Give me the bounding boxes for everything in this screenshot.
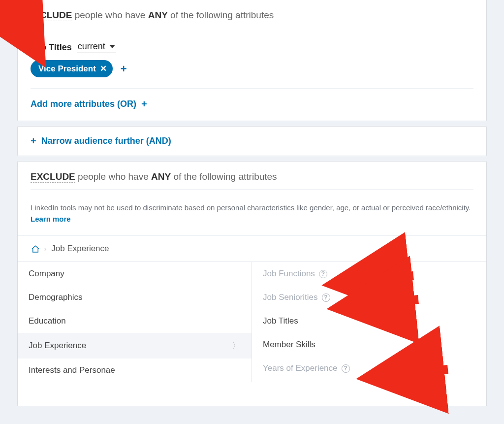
exclude-keyword: EXCLUDE <box>31 171 75 183</box>
attribute-breadcrumb: › Job Experience <box>18 235 486 261</box>
exclude-disclaimer: LinkedIn tools may not be used to discri… <box>31 189 473 235</box>
home-icon[interactable] <box>31 245 39 253</box>
subcategory-label: Job Titles <box>263 316 298 326</box>
exclude-panel: EXCLUDE people who have ANY of the follo… <box>17 161 487 406</box>
subcategory-item: Job Functions? <box>252 262 486 286</box>
job-titles-chip-row: Vice President ✕ + <box>31 59 473 89</box>
include-panel: INCLUDE people who have ANY of the follo… <box>17 0 487 121</box>
exclude-header: EXCLUDE people who have ANY of the follo… <box>31 171 473 189</box>
category-item[interactable]: Demographics <box>18 286 252 309</box>
subcategory-label: Job Seniorities <box>263 293 318 302</box>
subcategory-label: Member Skills <box>263 340 315 350</box>
subcategory-label: Years of Experience <box>263 363 338 373</box>
subcategory-item: Years of Experience? <box>252 357 486 380</box>
subcategory-item: Job Seniorities? <box>252 286 486 309</box>
breadcrumb-separator-icon: › <box>44 245 46 253</box>
narrow-audience-panel: + Narrow audience further (AND) <box>17 126 487 156</box>
job-titles-field-row: Job Titles current <box>31 41 473 53</box>
category-item[interactable]: Job Experience〉 <box>18 333 252 359</box>
learn-more-link[interactable]: Learn more <box>31 215 71 223</box>
job-titles-label: Job Titles <box>31 42 72 53</box>
help-icon[interactable]: ? <box>322 294 330 302</box>
add-more-row: Add more attributes (OR) + <box>31 89 473 121</box>
job-titles-scope-select[interactable]: current <box>77 41 116 53</box>
subcategory-item[interactable]: Member Skills <box>252 333 486 357</box>
subcategory-label: Job Functions <box>263 269 315 279</box>
narrow-audience-label: Narrow audience further (AND) <box>41 136 171 146</box>
category-label: Interests and Personae <box>29 365 115 375</box>
category-item[interactable]: Interests and Personae <box>18 359 252 382</box>
help-icon[interactable]: ? <box>342 364 350 373</box>
chevron-right-icon: 〉 <box>232 340 241 352</box>
category-label: Job Experience <box>29 341 86 351</box>
add-more-attributes-button[interactable]: Add more attributes (OR) + <box>31 98 147 110</box>
exclude-any: ANY <box>151 171 171 182</box>
subcategory-column: Job Functions?Job Seniorities?Job Titles… <box>252 262 486 382</box>
category-column: CompanyDemographicsEducationJob Experien… <box>18 262 252 382</box>
narrow-audience-button[interactable]: + Narrow audience further (AND) <box>31 135 171 147</box>
add-job-title-button[interactable]: + <box>119 63 129 75</box>
chip-label: Vice President <box>38 64 96 74</box>
include-header: INCLUDE people who have ANY of the follo… <box>31 10 473 28</box>
category-label: Education <box>29 316 66 326</box>
plus-icon: + <box>31 135 36 147</box>
caret-down-icon <box>109 45 115 48</box>
plus-icon: + <box>141 98 147 110</box>
job-titles-scope-value: current <box>78 41 105 52</box>
subcategory-item[interactable]: Job Titles <box>252 309 486 333</box>
help-icon[interactable]: ? <box>319 270 327 278</box>
category-item[interactable]: Company <box>18 262 252 286</box>
attribute-picker: CompanyDemographicsEducationJob Experien… <box>18 261 486 382</box>
add-more-label: Add more attributes (OR) <box>31 99 136 109</box>
chip-vice-president[interactable]: Vice President ✕ <box>31 60 113 77</box>
include-any: ANY <box>148 10 168 20</box>
include-keyword: INCLUDE <box>31 10 72 21</box>
category-label: Company <box>29 269 64 279</box>
chip-remove-icon[interactable]: ✕ <box>100 64 107 74</box>
breadcrumb-current: Job Experience <box>51 244 109 254</box>
category-label: Demographics <box>29 293 83 302</box>
category-item[interactable]: Education <box>18 309 252 333</box>
